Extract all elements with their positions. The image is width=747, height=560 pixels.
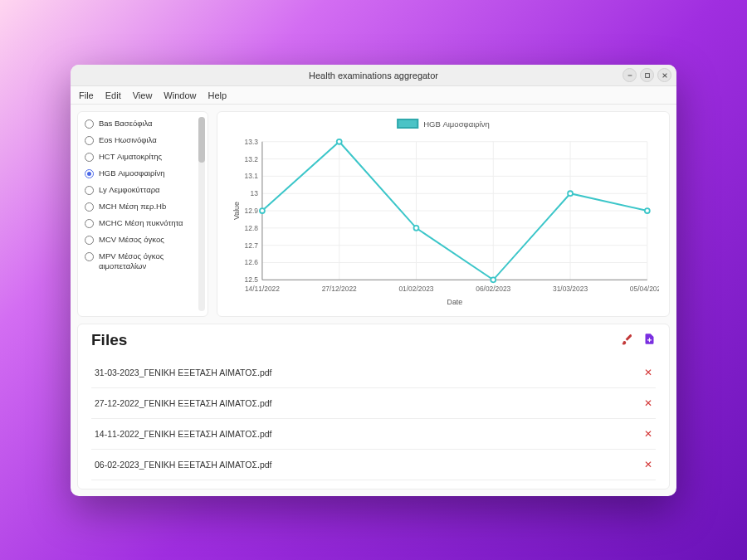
metric-label: Bas Βασεόφιλα — [99, 119, 153, 129]
add-file-icon[interactable] — [643, 333, 656, 348]
radio-icon — [85, 186, 94, 195]
metric-radio[interactable]: Bas Βασεόφιλα — [85, 117, 204, 130]
sidebar-scrollbar[interactable] — [198, 117, 205, 311]
delete-file-icon[interactable]: ✕ — [644, 397, 652, 409]
files-panel: Files 31-03-2023_ΓΕΝΙΚΗ ΕΞΕΤΑΣΗ ΑΙΜΑΤΟΣ.… — [77, 324, 670, 489]
file-name: 06-02-2023_ΓΕΝΙΚΗ ΕΞΕΤΑΣΗ ΑΙΜΑΤΟΣ.pdf — [95, 460, 272, 470]
svg-text:Value: Value — [232, 202, 241, 220]
maximize-button[interactable] — [640, 68, 654, 82]
svg-text:13: 13 — [251, 189, 259, 197]
file-row: 01-02-2023_ΓΕΝΙΚΗ ΕΞΕΤΑΣΗ ΑΙΜΑΤΟΣ.pdf✕ — [91, 480, 656, 489]
titlebar: Health examinations aggregator — [71, 65, 676, 86]
svg-text:13.1: 13.1 — [245, 172, 259, 180]
svg-text:12.6: 12.6 — [245, 258, 259, 266]
metric-label: MPV Μέσος όγκος αιμοπεταλίων — [99, 251, 204, 271]
svg-point-41 — [645, 208, 650, 213]
svg-point-36 — [260, 208, 265, 213]
svg-text:12.9: 12.9 — [245, 207, 259, 215]
menu-window[interactable]: Window — [164, 90, 196, 100]
line-chart: 12.512.612.712.812.91313.113.213.314/11/… — [227, 120, 659, 308]
metric-radio[interactable]: MPV Μέσος όγκος αιμοπεταλίων — [85, 250, 204, 273]
metric-selector-panel: Bas ΒασεόφιλαEos ΗωσινόφιλαHCT Αιματοκρί… — [77, 111, 208, 317]
svg-text:13.3: 13.3 — [245, 138, 259, 146]
legend-swatch — [397, 119, 418, 129]
metric-radio[interactable]: MCH Μέση περ.Hb — [85, 200, 204, 213]
svg-text:01/02/2023: 01/02/2023 — [398, 285, 433, 293]
content: Bas ΒασεόφιλαEos ΗωσινόφιλαHCT Αιματοκρί… — [71, 105, 676, 496]
svg-rect-1 — [645, 73, 649, 77]
metric-radio[interactable]: HCT Αιματοκρίτης — [85, 150, 204, 163]
menu-edit[interactable]: Edit — [105, 90, 121, 100]
delete-file-icon[interactable]: ✕ — [644, 367, 652, 378]
close-button[interactable] — [657, 68, 671, 82]
window-controls — [622, 68, 671, 82]
minimize-button[interactable] — [622, 68, 637, 82]
metric-label: HCT Αιματοκρίτης — [99, 152, 162, 162]
metric-radio[interactable]: Eos Ηωσινόφιλα — [85, 134, 204, 147]
metric-label: HGB Αιμοσφαιρίνη — [99, 168, 165, 178]
file-name: 27-12-2022_ΓΕΝΙΚΗ ΕΞΕΤΑΣΗ ΑΙΜΑΤΟΣ.pdf — [95, 398, 272, 408]
chart-legend: HGB Αιμοσφαιρίνη — [397, 119, 490, 129]
app-window: Health examinations aggregator FileEditV… — [71, 65, 676, 496]
svg-point-39 — [491, 277, 496, 282]
delete-file-icon[interactable]: ✕ — [644, 459, 652, 470]
radio-icon — [85, 153, 94, 162]
svg-point-40 — [568, 191, 573, 196]
top-row: Bas ΒασεόφιλαEos ΗωσινόφιλαHCT Αιματοκρί… — [77, 111, 670, 317]
radio-icon — [85, 169, 94, 178]
svg-text:05/04/2023: 05/04/2023 — [630, 285, 659, 293]
files-actions — [621, 333, 656, 348]
files-heading: Files — [91, 331, 127, 349]
metric-label: MCH Μέση περ.Hb — [99, 202, 166, 212]
brush-icon[interactable] — [621, 333, 633, 348]
svg-text:12.7: 12.7 — [245, 241, 259, 250]
delete-file-icon[interactable]: ✕ — [644, 428, 652, 440]
svg-text:31/03/2023: 31/03/2023 — [553, 285, 588, 293]
radio-icon — [85, 136, 94, 145]
legend-label: HGB Αιμοσφαιρίνη — [423, 119, 490, 129]
metric-label: MCV Μέσος όγκος — [99, 235, 164, 245]
menu-help[interactable]: Help — [208, 90, 227, 100]
svg-point-38 — [414, 226, 419, 231]
file-row: 06-02-2023_ΓΕΝΙΚΗ ΕΞΕΤΑΣΗ ΑΙΜΑΤΟΣ.pdf✕ — [91, 450, 656, 480]
chart-panel: HGB Αιμοσφαιρίνη 12.512.612.712.812.9131… — [217, 111, 670, 317]
menu-view[interactable]: View — [133, 90, 153, 100]
menubar: FileEditViewWindowHelp — [71, 86, 676, 105]
svg-text:13.2: 13.2 — [245, 155, 259, 163]
file-list: 31-03-2023_ΓΕΝΙΚΗ ΕΞΕΤΑΣΗ ΑΙΜΑΤΟΣ.pdf✕27… — [91, 358, 656, 489]
metric-label: Eos Ηωσινόφιλα — [99, 135, 157, 145]
file-row: 14-11-2022_ΓΕΝΙΚΗ ΕΞΕΤΑΣΗ ΑΙΜΑΤΟΣ.pdf✕ — [91, 419, 656, 450]
svg-text:12.8: 12.8 — [245, 224, 259, 232]
file-name: 14-11-2022_ΓΕΝΙΚΗ ΕΞΕΤΑΣΗ ΑΙΜΑΤΟΣ.pdf — [95, 429, 272, 439]
metric-radio[interactable]: Ly Λεμφοκύτταρα — [85, 183, 204, 197]
svg-point-37 — [337, 139, 342, 144]
metric-label: Ly Λεμφοκύτταρα — [99, 185, 160, 195]
file-row: 27-12-2022_ΓΕΝΙΚΗ ΕΞΕΤΑΣΗ ΑΙΜΑΤΟΣ.pdf✕ — [91, 388, 656, 419]
radio-icon — [85, 219, 94, 228]
scrollbar-thumb[interactable] — [198, 117, 205, 163]
file-name: 31-03-2023_ΓΕΝΙΚΗ ΕΞΕΤΑΣΗ ΑΙΜΑΤΟΣ.pdf — [95, 368, 272, 377]
svg-text:14/11/2022: 14/11/2022 — [245, 285, 280, 293]
files-header: Files — [91, 331, 656, 349]
menu-file[interactable]: File — [79, 90, 94, 100]
svg-text:27/12/2022: 27/12/2022 — [322, 285, 357, 293]
radio-icon — [85, 252, 94, 261]
svg-text:12.5: 12.5 — [245, 275, 259, 284]
metric-radio-list: Bas ΒασεόφιλαEos ΗωσινόφιλαHCT Αιματοκρί… — [85, 117, 204, 273]
metric-radio[interactable]: MCHC Μέση πυκνότητα — [85, 217, 204, 230]
svg-text:06/02/2023: 06/02/2023 — [476, 285, 510, 293]
metric-radio[interactable]: HGB Αιμοσφαιρίνη — [85, 167, 204, 180]
radio-icon — [85, 236, 94, 245]
metric-label: MCHC Μέση πυκνότητα — [99, 218, 183, 228]
file-row: 31-03-2023_ΓΕΝΙΚΗ ΕΞΕΤΑΣΗ ΑΙΜΑΤΟΣ.pdf✕ — [91, 358, 656, 388]
radio-icon — [85, 119, 94, 129]
radio-icon — [85, 202, 94, 212]
metric-radio[interactable]: MCV Μέσος όγκος — [85, 233, 204, 246]
svg-text:Date: Date — [447, 298, 462, 306]
window-title: Health examinations aggregator — [309, 71, 438, 80]
